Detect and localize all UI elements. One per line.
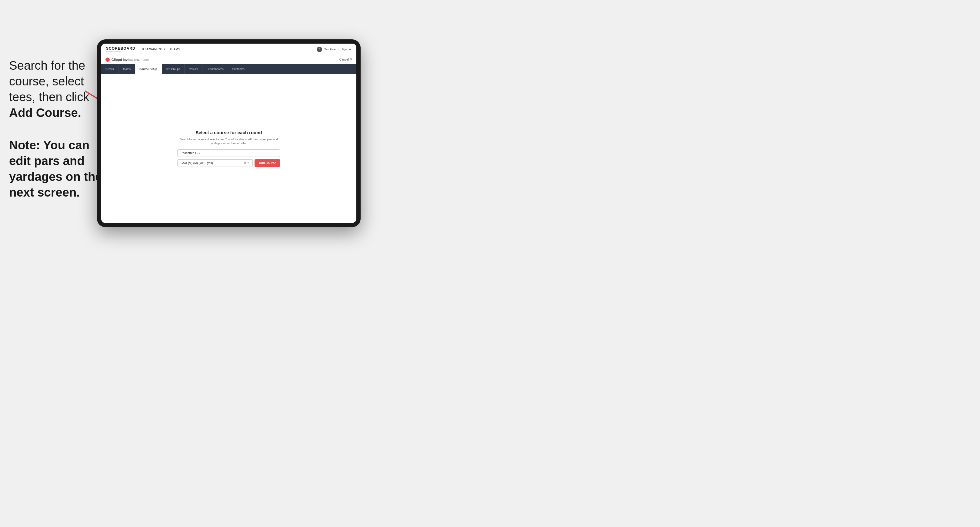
main-content: Select a course for each round Search fo… — [101, 74, 356, 223]
course-search-input[interactable] — [177, 149, 280, 157]
instruction-bold: Add Course. — [9, 106, 81, 119]
panel-description: Search for a course and select a tee. Yo… — [177, 138, 280, 145]
user-avatar: T — [317, 47, 322, 52]
tournament-gender: (Men) — [142, 58, 149, 61]
tournament-name: Clippd Invitational — [111, 58, 140, 62]
tee-select[interactable]: Gold (M) (M) (7010 yds) ✕ ⌃ — [177, 159, 253, 167]
instruction-panel: Search for the course, select tees, then… — [9, 57, 102, 200]
nav-tournaments[interactable]: TOURNAMENTS — [142, 48, 165, 51]
tee-select-row: Gold (M) (M) (7010 yds) ✕ ⌃ Add Course — [177, 159, 280, 167]
tournament-icon: C — [105, 57, 110, 62]
tab-tee-groups[interactable]: Tee Groups — [162, 64, 185, 74]
tournament-header: C Clippd Invitational (Men) Cancel ✕ — [101, 55, 356, 64]
tournament-icon-letter: C — [107, 58, 108, 61]
tab-leaderboards[interactable]: Leaderboards — [202, 64, 228, 74]
tab-course-setup[interactable]: Course Setup — [135, 64, 162, 74]
note-line3: yardages on the — [9, 170, 102, 183]
cancel-button[interactable]: Cancel ✕ — [339, 58, 352, 61]
separator: | — [339, 48, 339, 51]
nav-teams[interactable]: TEAMS — [170, 48, 180, 51]
tablet-screen: SCOREBOARD Powered by clippd TOURNAMENTS… — [101, 44, 356, 223]
panel-title: Select a course for each round — [196, 130, 262, 135]
search-instruction-text: Search for the course, select tees, then… — [9, 57, 102, 121]
instruction-line2: course, select — [9, 75, 84, 88]
tab-results[interactable]: Results — [185, 64, 202, 74]
tee-dropdown-icon[interactable]: ⌃ — [247, 162, 250, 165]
logo-text: SCOREBOARD — [106, 46, 135, 51]
header-right: T Test User | Sign out — [317, 47, 352, 52]
cancel-label: Cancel — [339, 58, 349, 61]
tee-controls: ✕ ⌃ — [243, 162, 250, 165]
tee-clear-icon[interactable]: ✕ — [243, 162, 246, 165]
main-nav: TOURNAMENTS TEAMS — [142, 48, 180, 51]
instruction-line1: Search for the — [9, 59, 85, 72]
logo-area: SCOREBOARD Powered by clippd — [106, 46, 135, 52]
tab-printables[interactable]: Printables — [228, 64, 249, 74]
tab-details[interactable]: Details — [101, 64, 118, 74]
tee-value: Gold (M) (M) (7010 yds) — [181, 162, 213, 165]
instruction-line3: tees, then click — [9, 90, 89, 103]
app-header: SCOREBOARD Powered by clippd TOURNAMENTS… — [101, 44, 356, 55]
cancel-icon: ✕ — [350, 58, 352, 61]
course-select-panel: Select a course for each round Search fo… — [177, 130, 280, 167]
user-name: Test User — [325, 48, 336, 51]
note-line1: Note: You can — [9, 138, 89, 152]
logo-sub: Powered by clippd — [106, 51, 135, 52]
tablet-device: SCOREBOARD Powered by clippd TOURNAMENTS… — [97, 40, 361, 227]
tab-navigation: Details Teams Course Setup Tee Groups Re… — [101, 64, 356, 74]
note-line4: next screen. — [9, 186, 80, 199]
note-line2: edit pars and — [9, 154, 84, 167]
note-instruction-text: Note: You can edit pars and yardages on … — [9, 137, 102, 200]
add-course-button[interactable]: Add Course — [255, 159, 280, 167]
sign-out-link[interactable]: Sign out — [342, 48, 352, 51]
tab-teams[interactable]: Teams — [118, 64, 135, 74]
